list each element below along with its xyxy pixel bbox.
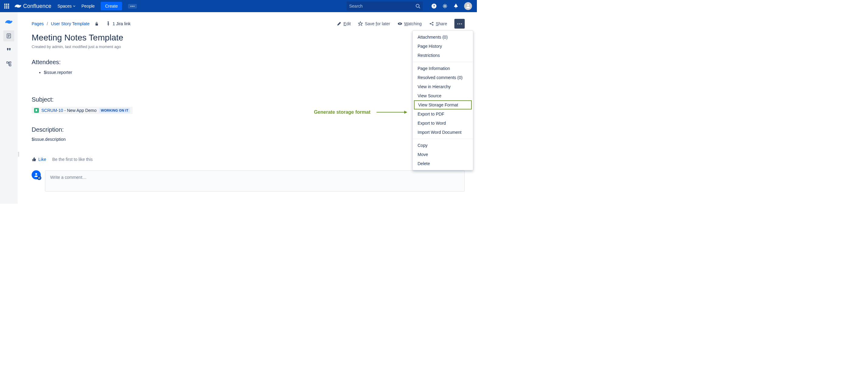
page-top-row: Pages / User Story Template 1 Jira link … — [32, 19, 465, 29]
dd-view-hierarchy[interactable]: View in Hierarchy — [413, 82, 473, 91]
unlock-icon[interactable] — [94, 21, 99, 26]
search-box[interactable] — [347, 2, 423, 11]
sidebar-blog-icon[interactable] — [3, 44, 14, 55]
search-input[interactable] — [349, 4, 415, 8]
description-heading: Description: — [32, 126, 465, 133]
svg-rect-11 — [9, 62, 11, 63]
comment-row — [32, 170, 465, 192]
search-icon — [415, 4, 420, 8]
top-nav: Confluence Spaces People Create ? — [0, 0, 477, 12]
dd-delete[interactable]: Delete — [413, 159, 473, 168]
dd-view-storage-format[interactable]: View Storage Format — [414, 100, 472, 110]
dd-page-history[interactable]: Page History — [413, 42, 473, 51]
edit-label: Edit — [343, 21, 351, 26]
share-icon — [429, 21, 434, 26]
breadcrumb-pages[interactable]: Pages — [32, 21, 44, 26]
issue-status-badge: WORKING ON IT — [99, 108, 130, 113]
svg-line-1 — [419, 7, 420, 8]
sidebar-space-icon[interactable] — [3, 17, 14, 27]
dd-divider — [413, 62, 473, 62]
annotation-text: Generate storage format — [314, 110, 370, 115]
nav-people[interactable]: People — [82, 4, 95, 8]
jira-issue-card[interactable]: SCRUM-10 - New App Demo WORKING ON IT — [32, 107, 133, 114]
dd-restrictions[interactable]: Restrictions — [413, 51, 473, 60]
user-avatar[interactable] — [464, 2, 472, 10]
description-body: $issue.description — [32, 137, 465, 142]
dd-export-word[interactable]: Export to Word — [413, 119, 473, 128]
left-sidebar — [0, 12, 18, 204]
dd-view-source[interactable]: View Source — [413, 91, 473, 100]
dd-resolved-comments[interactable]: Resolved comments (0) — [413, 73, 473, 82]
issue-key[interactable]: SCRUM-10 — [41, 108, 63, 113]
sidebar-pages-icon[interactable] — [3, 30, 14, 41]
comment-box[interactable] — [45, 170, 465, 192]
attendees-heading: Attendees: — [32, 59, 465, 66]
main-content: Pages / User Story Template 1 Jira link … — [20, 12, 477, 204]
star-icon — [358, 21, 363, 26]
subject-heading: Subject: — [32, 96, 465, 103]
jira-link-label: 1 Jira link — [113, 21, 130, 26]
svg-rect-12 — [9, 64, 11, 66]
save-button[interactable]: Save for later — [358, 21, 390, 26]
nav-people-label: People — [82, 4, 95, 8]
dd-export-pdf[interactable]: Export to PDF — [413, 110, 473, 119]
svg-rect-10 — [7, 62, 8, 63]
page-actions: Edit Save for later Watching Share — [337, 19, 465, 29]
svg-line-20 — [431, 24, 432, 25]
dd-move[interactable]: Move — [413, 150, 473, 159]
edit-button[interactable]: Edit — [337, 21, 351, 26]
like-row: Like Be the first to like this — [32, 157, 465, 162]
dd-copy[interactable]: Copy — [413, 141, 473, 150]
svg-point-21 — [35, 173, 37, 175]
confluence-logo[interactable]: Confluence — [14, 3, 52, 9]
jira-link[interactable]: 1 Jira link — [106, 21, 130, 26]
eye-icon — [398, 21, 402, 26]
svg-point-15 — [399, 23, 401, 24]
notification-icon[interactable] — [453, 3, 459, 9]
comment-avatar — [32, 170, 41, 179]
comment-input[interactable] — [50, 175, 460, 180]
gear-icon[interactable] — [442, 3, 448, 9]
arrow-icon — [376, 112, 407, 113]
svg-text:?: ? — [433, 4, 435, 8]
breadcrumb-sep: / — [47, 21, 48, 26]
chevron-down-icon — [73, 5, 75, 7]
svg-line-23 — [39, 177, 40, 179]
confluence-mark-icon — [14, 3, 21, 9]
help-icon[interactable]: ? — [431, 3, 437, 9]
like-label: Like — [38, 157, 46, 162]
attendee-item: $issue.reporter — [44, 70, 465, 75]
app-switcher-icon[interactable] — [3, 2, 10, 10]
nav-links: Spaces People Create — [58, 2, 137, 10]
watching-button[interactable]: Watching — [398, 21, 422, 26]
annotation: Generate storage format — [314, 110, 407, 115]
svg-point-4 — [444, 5, 445, 7]
share-button[interactable]: Share — [429, 21, 447, 26]
story-type-icon — [34, 108, 39, 113]
brand-label: Confluence — [23, 3, 52, 9]
attendees-list: $issue.reporter — [44, 70, 465, 75]
issue-sep: - — [64, 108, 66, 113]
like-button[interactable]: Like — [32, 157, 46, 162]
byline: Created by admin, last modified just a m… — [32, 44, 465, 49]
nav-spaces-label: Spaces — [58, 4, 72, 8]
thumb-up-icon — [32, 157, 36, 162]
breadcrumb-parent[interactable]: User Story Template — [51, 21, 90, 26]
watching-label: Watching — [404, 21, 422, 26]
more-actions-button[interactable] — [454, 19, 465, 29]
avatar-badge-icon — [37, 176, 41, 180]
issue-summary: New App Demo — [67, 108, 96, 113]
dd-import-word[interactable]: Import Word Document — [413, 128, 473, 137]
topnav-icons: ? — [431, 2, 472, 10]
page-title: Meeting Notes Template — [32, 33, 465, 42]
like-prompt: Be the first to like this — [52, 157, 93, 162]
dd-attachments[interactable]: Attachments (0) — [413, 33, 473, 42]
nav-more-button[interactable] — [128, 4, 137, 8]
svg-point-0 — [416, 4, 419, 7]
nav-spaces[interactable]: Spaces — [58, 4, 75, 8]
sidebar-tree-icon[interactable] — [3, 58, 14, 69]
share-label: Share — [436, 21, 447, 26]
create-button[interactable]: Create — [101, 2, 122, 10]
save-label: Save for later — [365, 21, 390, 26]
dd-page-info[interactable]: Page Information — [413, 64, 473, 73]
